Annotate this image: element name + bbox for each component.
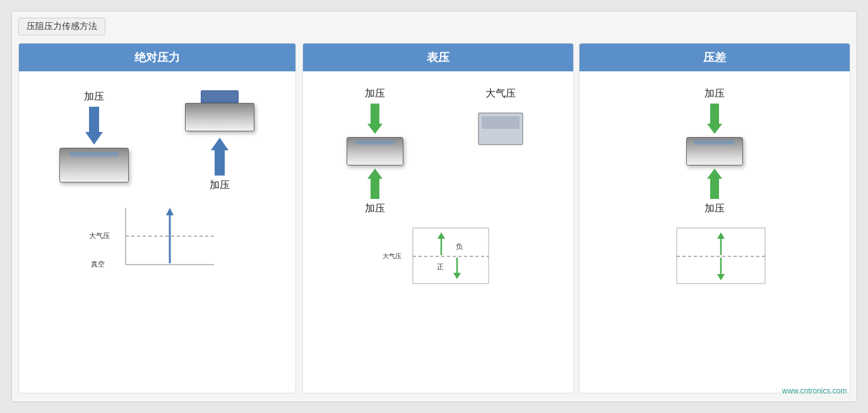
handle-body: [185, 103, 254, 131]
diff-illustration: 加压 加压: [589, 87, 840, 215]
diff-chart: [658, 225, 771, 288]
svg-text:负: 负: [456, 242, 463, 250]
svg-text:大气压: 大气压: [89, 232, 110, 239]
gauge-illustration: 加压 加压: [312, 87, 564, 215]
diff-body: 加压 加压: [580, 71, 850, 393]
gauge-atm-label: 大气压: [485, 87, 516, 100]
watermark: www.cntronics.com: [782, 386, 847, 395]
gauge-right-sensor: 大气压: [472, 87, 529, 148]
absolute-illustration: 加压: [32, 90, 283, 192]
absolute-chart: 真空 大气压: [88, 201, 227, 271]
gauge-bottom-label: 加压: [365, 202, 385, 215]
absolute-bottom-label: 加压: [210, 179, 230, 192]
diff-chart-area: [589, 225, 840, 288]
sensor-device-left: [59, 148, 129, 183]
panel-gauge: 表压 加压: [302, 43, 574, 393]
absolute-right-sensor: 加压: [185, 90, 254, 192]
diff-header: 压差: [580, 44, 850, 71]
absolute-body: 加压: [19, 71, 295, 393]
svg-rect-8: [482, 116, 520, 129]
gauge-chart: 大气压 正 负: [381, 225, 495, 288]
main-container: 压阻压力传感方法 绝对压力 加压: [11, 11, 857, 402]
svg-marker-6: [166, 208, 174, 215]
diff-top-label: 加压: [705, 87, 725, 100]
content-area: 绝对压力 加压: [18, 43, 850, 393]
panel-diff: 压差 加压: [579, 43, 850, 393]
gauge-body: 加压 加压: [303, 71, 573, 393]
svg-text:大气压: 大气压: [383, 253, 401, 260]
blue-up-arrow: [211, 138, 229, 176]
gauge-atm-box: [472, 104, 529, 148]
green-down-arrow-gauge-left: [367, 104, 383, 134]
gauge-chart-area: 大气压 正 负: [312, 225, 564, 288]
green-up-arrow-diff: [707, 169, 722, 199]
right-panels: 表压 加压: [302, 43, 850, 393]
absolute-left-sensor: 加压: [59, 90, 129, 183]
blue-down-arrow-left: [85, 107, 103, 145]
panel-absolute: 绝对压力 加压: [18, 43, 296, 393]
gauge-left-label: 加压: [365, 87, 385, 100]
svg-rect-9: [413, 228, 489, 284]
gauge-left-sensor: 加压 加压: [347, 87, 403, 215]
svg-text:真空: 真空: [91, 260, 105, 268]
right-wrapper: 表压 加压: [302, 43, 850, 393]
absolute-top-label: 加压: [84, 90, 104, 104]
svg-text:正: 正: [437, 263, 444, 270]
page-title: 压阻压力传感方法: [18, 18, 105, 35]
gauge-header: 表压: [303, 44, 573, 71]
gauge-sensor-left: [347, 137, 403, 165]
absolute-chart-area: 真空 大气压: [32, 201, 283, 271]
absolute-header: 绝对压力: [19, 44, 295, 71]
green-up-arrow-gauge-left: [367, 169, 383, 199]
diff-sensor-device: [686, 137, 743, 165]
diff-sensor: 加压 加压: [686, 87, 743, 215]
diff-bottom-label: 加压: [705, 202, 725, 215]
sensor-device-handle: [185, 90, 254, 135]
green-down-arrow-diff: [707, 104, 722, 134]
handle-top: [201, 90, 239, 103]
